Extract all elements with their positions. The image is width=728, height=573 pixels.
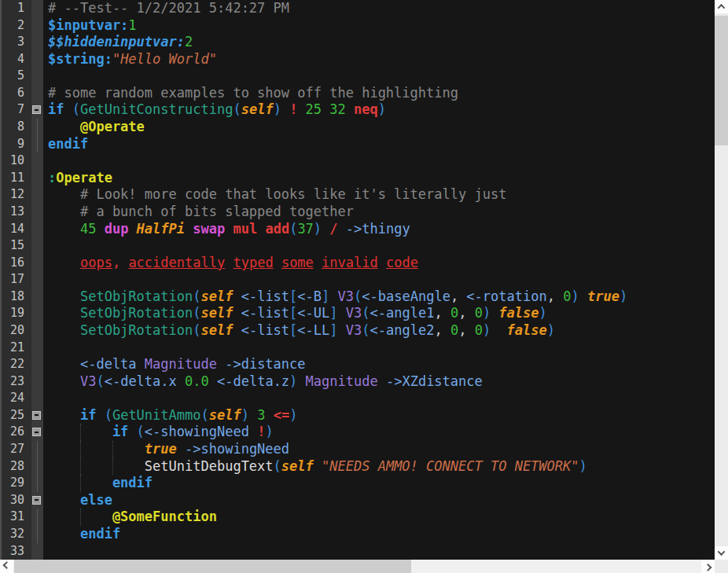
fold-collapse-icon[interactable]	[32, 105, 41, 114]
code-line[interactable]: 27true ->showingNeed	[0, 441, 715, 458]
code-text[interactable]	[43, 271, 715, 288]
code-text[interactable]: if (GetUnitAmmo(self) 3 <=)	[43, 407, 715, 424]
code-line[interactable]: 17	[0, 271, 715, 288]
code-text[interactable]: if (GetUnitConstructing(self) ! 25 32 ne…	[43, 101, 715, 119]
code-text[interactable]	[43, 543, 715, 560]
code-text[interactable]: endif	[43, 475, 715, 492]
code-line[interactable]: 16oops, accidentally typed some invalid …	[0, 255, 715, 272]
code-line[interactable]: 7if (GetUnitConstructing(self) ! 25 32 n…	[0, 101, 715, 119]
scroll-down-button[interactable]	[715, 546, 728, 560]
code-text[interactable]: SetObjRotation(self <-list[<-B] V3(<-bas…	[43, 288, 715, 306]
code-line[interactable]: 23V3(<-delta.x 0.0 <-delta.z) Magnitude …	[0, 373, 715, 391]
code-text[interactable]	[43, 68, 715, 85]
code-text[interactable]	[43, 152, 715, 170]
code-token: some	[281, 255, 314, 270]
vertical-scrollbar[interactable]	[715, 0, 728, 560]
code-line[interactable]: 4$string:"Hello World"	[0, 51, 715, 68]
code-token: accidentally	[128, 255, 225, 270]
code-text[interactable]: else	[43, 492, 715, 509]
scroll-up-button[interactable]	[715, 0, 728, 13]
code-text[interactable]: # Look! more code that looks like it's l…	[43, 186, 715, 204]
code-line[interactable]: 18SetObjRotation(self <-list[<-B] V3(<-b…	[0, 288, 715, 306]
horizontal-scrollbar-thumb[interactable]	[14, 560, 411, 573]
code-line[interactable]: 19SetObjRotation(self <-list[<-UL] V3(<-…	[0, 305, 715, 322]
code-line[interactable]: 2$inputvar:1	[0, 17, 715, 35]
code-text[interactable]: # --Test-- 1/2/2021 5:42:27 PM	[43, 0, 715, 17]
code-text[interactable]: @SomeFunction	[43, 509, 715, 526]
indent-guide	[112, 458, 145, 476]
code-line[interactable]: 32endif	[0, 526, 715, 543]
code-text[interactable]: # a bunch of bits slapped together	[43, 204, 715, 221]
code-text[interactable]: endif	[43, 136, 715, 153]
code-line[interactable]: 10	[0, 152, 715, 170]
horizontal-scrollbar[interactable]	[0, 560, 715, 573]
code-line[interactable]: 11:Operate	[0, 170, 715, 187]
code-line[interactable]: 20SetObjRotation(self <-list[<-LL] V3(<-…	[0, 322, 715, 340]
code-line[interactable]: 12# Look! more code that looks like it's…	[0, 186, 715, 204]
code-line[interactable]: 15	[0, 237, 715, 255]
code-text[interactable]: SetObjRotation(self <-list[<-LL] V3(<-an…	[43, 322, 715, 340]
chevron-up-icon	[718, 4, 726, 12]
code-line[interactable]: 33	[0, 543, 715, 560]
code-line[interactable]: 5	[0, 68, 715, 85]
code-token: !	[257, 424, 265, 439]
code-text[interactable]: if (<-showingNeed !)	[43, 424, 715, 441]
code-token: 25 32	[306, 101, 354, 117]
code-token: ,	[458, 322, 474, 338]
code-line[interactable]: 31@SomeFunction	[0, 509, 715, 526]
code-token: <-delta.z	[217, 373, 289, 389]
indent-guide	[48, 441, 80, 458]
code-line[interactable]: 26if (<-showingNeed !)	[0, 424, 715, 441]
fold-collapse-icon[interactable]	[32, 428, 41, 436]
fold-margin	[31, 237, 43, 255]
code-line[interactable]: 8@Operate	[0, 119, 715, 136]
code-line[interactable]: 30else	[0, 492, 715, 509]
code-text[interactable]: $inputvar:1	[43, 17, 715, 35]
code-line[interactable]: 1445 dup HalfPi swap mul add(37) / ->thi…	[0, 221, 715, 238]
code-line[interactable]: 29endif	[0, 475, 715, 492]
code-line[interactable]: 3$$hiddeninputvar:2	[0, 34, 715, 51]
vertical-scrollbar-thumb[interactable]	[715, 16, 728, 145]
code-text[interactable]: $string:"Hello World"	[43, 51, 715, 68]
scroll-right-button[interactable]	[701, 560, 715, 573]
code-text[interactable]: SetUnitDebugText(self "NEEDS AMMO! CONNE…	[43, 458, 715, 476]
code-text[interactable]: 45 dup HalfPi swap mul add(37) / ->thing…	[43, 221, 715, 238]
code-line[interactable]: 22<-delta Magnitude ->distance	[0, 356, 715, 373]
code-line[interactable]: 21	[0, 340, 715, 357]
fold-collapse-icon[interactable]	[32, 411, 41, 420]
code-text[interactable]: oops, accidentally typed some invalid co…	[43, 255, 715, 272]
code-text[interactable]: $$hiddeninputvar:2	[43, 34, 715, 51]
fold-margin	[31, 0, 43, 17]
fold-collapse-icon[interactable]	[32, 496, 41, 505]
code-text[interactable]	[43, 390, 715, 407]
code-text[interactable]: true ->showingNeed	[43, 441, 715, 458]
code-text[interactable]	[43, 340, 715, 357]
code-text[interactable]: # some random examples to show off the h…	[43, 85, 715, 102]
code-text[interactable]: @Operate	[43, 119, 715, 136]
code-token: )	[579, 458, 587, 474]
code-token: (	[354, 288, 362, 304]
code-line[interactable]: 28SetUnitDebugText(self "NEEDS AMMO! CON…	[0, 458, 715, 476]
code-text[interactable]: SetObjRotation(self <-list[<-UL] V3(<-an…	[43, 305, 715, 322]
fold-margin	[31, 390, 43, 407]
code-token: <-rotation	[466, 288, 546, 304]
code-line[interactable]: 13# a bunch of bits slapped together	[0, 204, 715, 221]
code-text[interactable]: endif	[43, 526, 715, 543]
code-line[interactable]: 9endif	[0, 136, 715, 153]
code-text[interactable]: <-delta Magnitude ->distance	[43, 356, 715, 373]
fold-margin	[31, 356, 43, 373]
scroll-left-button[interactable]	[0, 560, 13, 573]
code-line[interactable]: 24	[0, 390, 715, 407]
code-text[interactable]: V3(<-delta.x 0.0 <-delta.z) Magnitude ->…	[43, 373, 715, 391]
code-line[interactable]: 6# some random examples to show off the …	[0, 85, 715, 102]
code-text[interactable]: :Operate	[43, 170, 715, 187]
code-token: ->distance	[225, 356, 305, 372]
code-token: ,	[434, 305, 450, 321]
code-token: )	[274, 101, 289, 117]
code-text[interactable]	[43, 237, 715, 255]
code-line[interactable]: 25if (GetUnitAmmo(self) 3 <=)	[0, 407, 715, 424]
code-token: swap	[193, 221, 233, 237]
code-line[interactable]: 1# --Test-- 1/2/2021 5:42:27 PM	[0, 0, 715, 17]
editor-area[interactable]: 1# --Test-- 1/2/2021 5:42:27 PM2$inputva…	[0, 0, 715, 560]
code-token: (	[233, 101, 241, 117]
